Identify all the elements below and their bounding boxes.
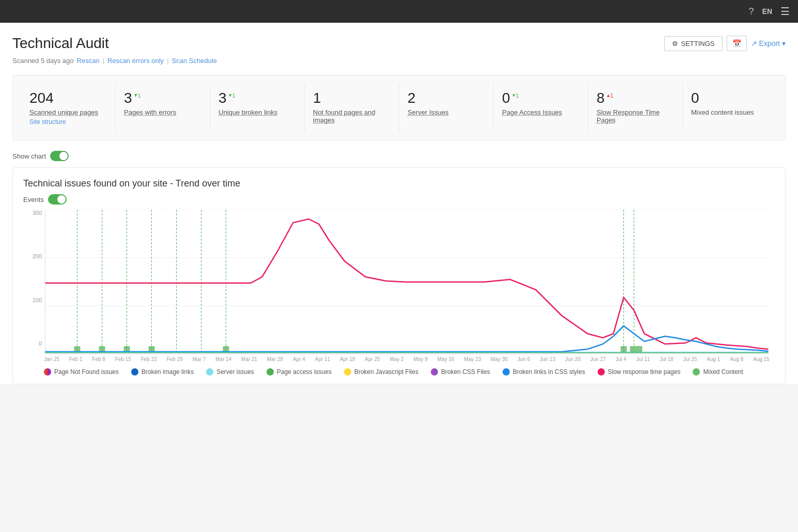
help-icon[interactable]: ? <box>749 6 754 17</box>
stat-number-slow: 8 ▴1 <box>597 90 674 106</box>
scan-schedule-link[interactable]: Scan Schedule <box>172 57 217 65</box>
stat-label-not-found[interactable]: Not found pages and images <box>313 108 390 124</box>
stat-number-server: 2 <box>408 90 485 106</box>
legend-label-page-access: Page access issues <box>277 368 332 375</box>
chart-events-row: Events <box>23 194 775 205</box>
legend-slow-response: Slow response time pages <box>598 368 681 375</box>
stat-label-pages-errors[interactable]: Pages with errors <box>124 108 201 116</box>
legend-dot-broken-image <box>131 368 138 375</box>
legend-dot-page-not-found <box>44 368 51 375</box>
rescan-link[interactable]: Rescan <box>77 57 100 65</box>
stat-label-broken-links[interactable]: Unique broken links <box>218 108 296 116</box>
stat-card-not-found: 1 Not found pages and images <box>305 84 399 132</box>
legend-broken-links-css: Broken links in CSS styles <box>503 368 585 375</box>
stats-container: 204 Scanned unique pages Site structure … <box>12 75 786 140</box>
legend-dot-server <box>206 368 213 375</box>
stat-card-mixed: 0 Mixed content issues <box>683 84 777 132</box>
stat-label-mixed: Mixed content issues <box>691 108 769 116</box>
badge-pages-errors: ▾1 <box>134 92 141 99</box>
legend-dot-broken-css <box>431 368 438 375</box>
legend-label-mixed: Mixed Content <box>703 368 743 375</box>
events-label: Events <box>23 196 44 204</box>
stat-card-pages-errors: 3 ▾1 Pages with errors <box>116 84 210 132</box>
legend-server-issues: Server issues <box>206 368 254 375</box>
stat-number-scanned: 204 <box>29 90 107 106</box>
legend-mixed-content: Mixed Content <box>693 368 743 375</box>
legend-label-broken-js: Broken Javascript Files <box>354 368 418 375</box>
legend-broken-css: Broken CSS Files <box>431 368 490 375</box>
separator2: | <box>167 57 168 65</box>
settings-button[interactable]: ⚙ SETTINGS <box>664 36 723 51</box>
separator1: | <box>103 57 104 65</box>
legend-label-slow: Slow response time pages <box>608 368 681 375</box>
stat-label-page-access[interactable]: Page Access Issues <box>502 108 580 116</box>
legend-broken-image: Broken image links <box>131 368 194 375</box>
stat-number-pages-errors: 3 ▾1 <box>124 90 201 106</box>
scanned-text: Scanned 5 days ago <box>12 57 74 65</box>
stat-number-mixed: 0 <box>691 90 769 106</box>
stat-card-slow: 8 ▴1 Slow Response Time Pages <box>588 84 683 132</box>
stat-label-server[interactable]: Server Issues <box>408 108 485 116</box>
svg-rect-19 <box>621 346 627 352</box>
stat-number-not-found: 1 <box>313 90 390 106</box>
stat-card-page-access: 0 ▾1 Page Access Issues <box>494 84 588 132</box>
settings-icon: ⚙ <box>672 40 678 48</box>
export-dropdown-icon: ▾ <box>782 39 786 48</box>
legend-label-broken-css: Broken CSS Files <box>441 368 490 375</box>
page-header: Technical Audit ⚙ SETTINGS 📅 ↗ Export ▾ <box>12 35 786 52</box>
stat-label-scanned[interactable]: Scanned unique pages <box>29 108 107 116</box>
rescan-errors-link[interactable]: Rescan errors only <box>107 57 164 65</box>
site-structure-link[interactable]: Site structure <box>29 118 107 126</box>
events-toggle[interactable] <box>48 194 67 205</box>
y-axis: 300 200 100 0 <box>23 210 42 347</box>
legend-page-access: Page access issues <box>267 368 332 375</box>
stat-number-broken-links: 3 ▾1 <box>218 90 296 106</box>
main-content: Technical Audit ⚙ SETTINGS 📅 ↗ Export ▾ … <box>0 23 798 384</box>
legend-dot-broken-js <box>344 368 351 375</box>
header-actions: ⚙ SETTINGS 📅 ↗ Export ▾ <box>664 36 786 51</box>
show-chart-label: Show chart <box>12 152 46 160</box>
calendar-button[interactable]: 📅 <box>727 36 747 51</box>
legend-dot-slow <box>598 368 605 375</box>
stat-card-broken-links: 3 ▾1 Unique broken links <box>210 84 305 132</box>
legend-dot-page-access <box>267 368 274 375</box>
legend-dot-broken-links-css <box>503 368 510 375</box>
chart-title: Technical issues found on your site - Tr… <box>23 178 775 189</box>
show-chart-row: Show chart <box>12 151 786 161</box>
top-bar: ? EN ☰ <box>0 0 798 23</box>
badge-page-access: ▾1 <box>512 92 519 99</box>
chart-container: Technical issues found on your site - Tr… <box>12 167 786 384</box>
legend-label-page-not-found: Page Not Found issues <box>54 368 119 375</box>
page-title: Technical Audit <box>12 35 109 52</box>
stat-number-page-access: 0 ▾1 <box>502 90 580 106</box>
legend-broken-js: Broken Javascript Files <box>344 368 418 375</box>
legend-page-not-found: Page Not Found issues <box>44 368 119 375</box>
export-icon: ↗ <box>751 39 757 48</box>
legend-dot-mixed <box>693 368 700 375</box>
legend-label-broken-image: Broken image links <box>142 368 194 375</box>
svg-rect-20 <box>630 346 643 352</box>
legend-label-broken-links-css: Broken links in CSS styles <box>513 368 585 375</box>
scan-info: Scanned 5 days ago Rescan | Rescan error… <box>12 57 786 65</box>
badge-broken-links: ▾1 <box>229 92 236 99</box>
chart-svg <box>44 210 770 354</box>
language-selector[interactable]: EN <box>762 7 772 15</box>
menu-icon[interactable]: ☰ <box>780 5 790 18</box>
stat-label-slow[interactable]: Slow Response Time Pages <box>597 108 674 124</box>
calendar-icon: 📅 <box>732 39 741 48</box>
show-chart-toggle[interactable] <box>50 151 69 161</box>
export-button[interactable]: ↗ Export ▾ <box>751 39 786 48</box>
badge-slow: ▴1 <box>607 92 614 99</box>
x-axis-labels: Jan 25 Feb 1 Feb 8 Feb 15 Feb 22 Feb 29 … <box>44 356 770 362</box>
stat-card-server: 2 Server Issues <box>399 84 494 132</box>
chart-legend: Page Not Found issues Broken image links… <box>44 368 775 375</box>
stat-card-scanned: 204 Scanned unique pages Site structure <box>21 84 116 132</box>
chart-area-wrapper: 300 200 100 0 <box>44 210 770 362</box>
legend-label-server: Server issues <box>216 368 254 375</box>
